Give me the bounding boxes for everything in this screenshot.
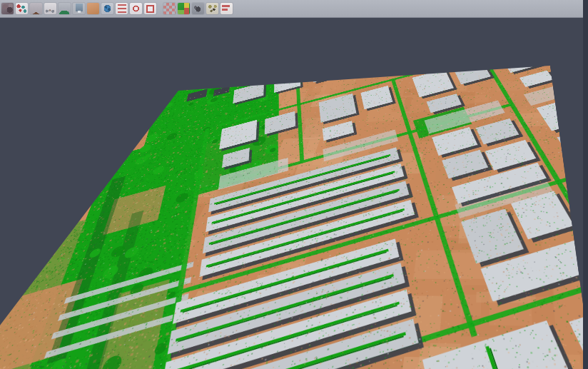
point-cloud-icon[interactable] — [1, 3, 14, 14]
hillshade-icon[interactable] — [59, 3, 71, 14]
window-right-edge — [583, 0, 588, 369]
classification-legend-icon[interactable] — [178, 3, 190, 14]
viewport-3d[interactable] — [0, 19, 588, 369]
pointcloud-scene-canvas[interactable] — [0, 66, 588, 369]
measure-list-icon[interactable] — [220, 3, 233, 14]
application-window — [0, 0, 588, 369]
profile-points-icon[interactable] — [44, 3, 56, 14]
ortho-image-icon[interactable] — [87, 3, 99, 14]
toolbar — [0, 0, 588, 18]
attribute-table-icon[interactable] — [116, 3, 128, 14]
viewer-panel-icon[interactable] — [73, 3, 85, 14]
globe-icon[interactable] — [101, 3, 113, 14]
circle-select-icon[interactable] — [130, 3, 142, 14]
snapshot-camera-icon[interactable] — [192, 3, 204, 14]
zoom-extents-icon[interactable] — [144, 3, 156, 14]
delete-selection-icon[interactable] — [206, 3, 218, 14]
classify-points-icon[interactable] — [16, 3, 28, 14]
tile-grid-icon[interactable] — [163, 3, 176, 14]
terrain-tin-icon[interactable] — [30, 3, 42, 14]
